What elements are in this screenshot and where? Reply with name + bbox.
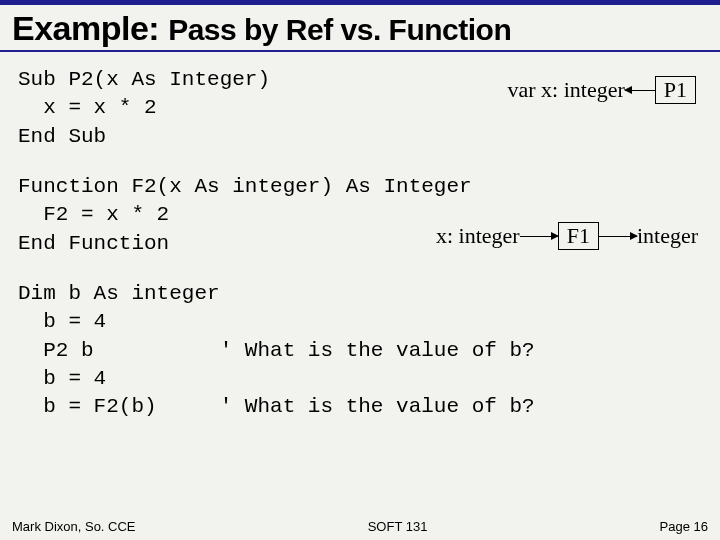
diagram-p1: var x: integer P1 (507, 76, 696, 104)
title-main: Example: (12, 9, 168, 47)
diag2-box: F1 (558, 222, 599, 250)
diag1-box: P1 (655, 76, 696, 104)
diagram-f1: x: integer F1 integer (436, 222, 698, 250)
arrow-left-icon (625, 90, 655, 91)
content-area: Sub P2(x As Integer) x = x * 2 End Sub F… (0, 52, 720, 422)
diag1-label: var x: integer (507, 77, 624, 103)
footer: Mark Dixon, So. CCE SOFT 131 Page 16 (0, 519, 720, 534)
diag2-in: x: integer (436, 223, 520, 249)
title-sub: Pass by Ref vs. Function (168, 13, 511, 46)
footer-left: Mark Dixon, So. CCE (12, 519, 136, 534)
arrow-right-icon (599, 236, 637, 237)
arrow-right-icon (520, 236, 558, 237)
footer-right: Page 16 (660, 519, 708, 534)
footer-center: SOFT 131 (368, 519, 428, 534)
slide-title: Example: Pass by Ref vs. Function (0, 5, 720, 52)
code-block-3: Dim b As integer b = 4 P2 b ' What is th… (18, 280, 702, 422)
diag2-out: integer (637, 223, 698, 249)
